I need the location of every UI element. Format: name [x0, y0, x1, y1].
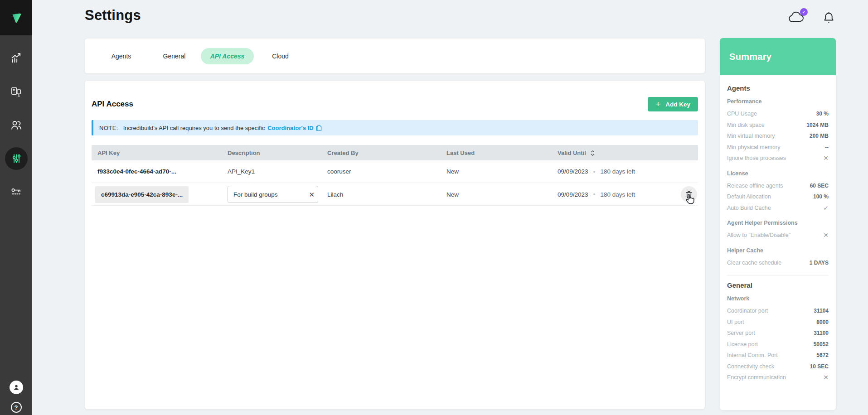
summary-subheading: License — [727, 170, 829, 177]
api-keys-table: API Key Description Created By Last Used… — [92, 145, 698, 206]
notifications-button[interactable] — [823, 11, 835, 26]
description-cell: ✕ — [223, 186, 323, 203]
valid-until-date: 09/09/2023 — [558, 191, 588, 198]
api-key-cell: c69913da-e905-42ca-893e-... — [92, 186, 223, 203]
summary-label: Connectivity check — [727, 363, 774, 370]
summary-row: Coordinator port 31104 — [727, 305, 829, 317]
clear-description-button[interactable]: ✕ — [309, 191, 315, 198]
last-used-cell: New — [442, 191, 553, 198]
cross-icon: ✕ — [823, 232, 829, 239]
summary-subheading: Performance — [727, 98, 829, 105]
sort-chevrons-icon[interactable] — [591, 150, 595, 156]
valid-until-cell: 09/09/2023 • 180 days left — [553, 168, 676, 175]
table-row[interactable]: c69913da-e905-42ca-893e-... ✕ Lilach New… — [92, 183, 698, 206]
summary-label: Internal Comm. Port — [727, 352, 778, 358]
description-edit-wrap: ✕ — [228, 186, 318, 203]
summary-row: Clear cache schedule 1 DAYS — [727, 257, 829, 269]
summary-divider — [727, 275, 829, 275]
summary-row: Encrypt communication ✕ — [727, 372, 829, 383]
valid-until-cell: 09/09/2023 • 180 days left — [553, 191, 676, 198]
cloud-status-button[interactable]: ✓ — [787, 11, 805, 25]
summary-row: Connectivity check 10 SEC — [727, 361, 829, 372]
description-input[interactable] — [228, 186, 318, 203]
add-key-button[interactable]: + Add Key — [648, 97, 698, 111]
summary-value: 100 % — [813, 193, 829, 200]
col-header-api-key[interactable]: API Key — [92, 150, 223, 156]
days-left-label: 180 days left — [600, 191, 635, 198]
days-left-label: 180 days left — [600, 168, 635, 175]
summary-value: 1 DAYS — [810, 260, 829, 266]
section-title: API Access — [92, 100, 133, 109]
sidebar-item-users[interactable] — [0, 108, 32, 142]
copy-icon — [316, 125, 322, 131]
valid-until-date: 09/09/2023 — [558, 168, 588, 175]
col-header-last-used[interactable]: Last Used — [442, 150, 553, 156]
summary-label: Min physical memory — [727, 144, 780, 150]
settings-tabs: Agents General API Access Cloud — [85, 39, 705, 73]
cross-icon: ✕ — [823, 374, 829, 381]
summary-label: Ignore those processes — [727, 155, 786, 161]
note-banner: NOTE: Incredibuild's API call requires y… — [92, 120, 698, 135]
help-button[interactable]: ? — [11, 402, 22, 413]
sidebar-item-settings[interactable] — [0, 142, 32, 175]
coordinators-id-link[interactable]: Coordinator's ID — [267, 125, 321, 131]
users-icon — [10, 119, 23, 131]
user-avatar[interactable] — [10, 381, 23, 394]
row-actions-cell — [676, 183, 698, 206]
tab-cloud[interactable]: Cloud — [254, 48, 307, 64]
col-header-description[interactable]: Description — [223, 150, 323, 156]
summary-subheading: Network — [727, 295, 829, 302]
summary-value: 60 SEC — [810, 183, 829, 189]
summary-row: Auto Build Cache ✓ — [727, 203, 829, 214]
delete-key-button[interactable] — [681, 186, 697, 203]
analytics-chart-icon — [10, 52, 23, 64]
summary-value: 200 MB — [810, 133, 829, 139]
summary-panel: Summary Agents Performance CPU Usage 30 … — [720, 38, 836, 410]
sidebar-bottom: ? — [0, 381, 32, 413]
api-access-panel: API Access + Add Key NOTE: Incredibuild'… — [85, 81, 705, 409]
app-logo[interactable] — [0, 0, 32, 35]
note-text: Incredibuild's API call requires you to … — [123, 125, 265, 131]
created-by-cell: cooruser — [323, 168, 442, 175]
summary-group-heading: Agents — [727, 84, 829, 92]
summary-label: Min virtual memory — [727, 133, 775, 139]
tab-api-access[interactable]: API Access — [201, 48, 254, 64]
summary-row: Release offline agents 60 SEC — [727, 180, 829, 192]
sidebar: ? — [0, 0, 32, 415]
api-key-selected-pill: c69913da-e905-42ca-893e-... — [95, 186, 189, 203]
active-item-highlight — [5, 147, 28, 170]
col-header-created-by[interactable]: Created By — [323, 150, 442, 156]
description-cell: API_Key1 — [223, 168, 323, 175]
tab-general[interactable]: General — [148, 48, 201, 64]
summary-row: Min virtual memory 200 MB — [727, 130, 829, 142]
summary-value: 31104 — [814, 308, 829, 314]
summary-value: 5672 — [816, 352, 829, 358]
incredibuild-logo-icon — [9, 10, 24, 25]
last-used-cell: New — [442, 168, 553, 175]
summary-body: Agents Performance CPU Usage 30 % Min di… — [720, 75, 836, 387]
sidebar-item-agents[interactable] — [0, 75, 32, 108]
api-key-cell: f933c0e4-0fec-4664-ad70-... — [92, 168, 223, 175]
check-icon: ✓ — [823, 204, 829, 212]
sidebar-item-license-keys[interactable] — [0, 175, 32, 209]
summary-label: Auto Build Cache — [727, 205, 771, 211]
table-header-row: API Key Description Created By Last Used… — [92, 145, 698, 160]
summary-value: 30 % — [816, 111, 829, 117]
table-row[interactable]: f933c0e4-0fec-4664-ad70-... API_Key1 coo… — [92, 160, 698, 183]
col-header-valid-until[interactable]: Valid Until — [553, 150, 676, 156]
coordinators-id-label: Coordinator's ID — [267, 125, 313, 131]
sidebar-nav — [0, 35, 32, 209]
summary-group-heading: General — [727, 281, 829, 289]
bullet-separator: • — [593, 168, 596, 175]
summary-value: 8000 — [816, 319, 829, 325]
cloud-connected-badge: ✓ — [800, 8, 808, 16]
summary-value: 50052 — [814, 341, 829, 347]
tab-agents[interactable]: Agents — [95, 48, 148, 64]
summary-row: License port 50052 — [727, 339, 829, 350]
trash-icon — [685, 190, 693, 199]
sidebar-item-dashboard[interactable] — [0, 41, 32, 75]
cross-icon: ✕ — [823, 154, 829, 162]
summary-label: Clear cache schedule — [727, 260, 781, 266]
plus-icon: + — [655, 100, 660, 108]
panel-header: API Access + Add Key — [92, 81, 698, 111]
